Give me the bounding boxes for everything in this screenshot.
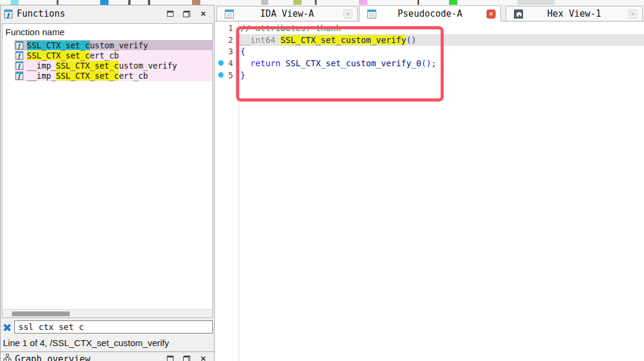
function-row[interactable]: SSL_CTX_set_custom_verify bbox=[14, 40, 212, 50]
close-button[interactable]: × bbox=[199, 354, 208, 361]
toolbar-icon-fragment bbox=[315, 0, 317, 5]
disassembly-view-icon bbox=[225, 10, 234, 18]
float-button[interactable] bbox=[182, 354, 191, 361]
functions-icon bbox=[4, 10, 13, 18]
tab-label: IDA View-A bbox=[217, 8, 357, 19]
function-name-prefix: __imp_ bbox=[27, 71, 56, 81]
close-icon: × bbox=[201, 354, 206, 361]
tab-ida-view-a[interactable]: IDA View-A × bbox=[216, 6, 358, 21]
function-name-match: SSL_CTX_set_c bbox=[27, 41, 90, 50]
line-number: 2 bbox=[215, 35, 237, 45]
status-line: Line 1 of 4, /SSL_CTX_set_custom_verify bbox=[1, 336, 214, 350]
toolbar-icon-fragment bbox=[11, 0, 18, 5]
tab-close-icon[interactable]: × bbox=[628, 10, 637, 18]
toolbar-icon-fragment bbox=[518, 0, 555, 5]
column-header-function-name[interactable]: Function name bbox=[2, 24, 212, 40]
horizontal-scrollbar[interactable] bbox=[2, 309, 212, 317]
function-name-match: SSL_CTX_set_c bbox=[56, 61, 119, 70]
toolbar-strip bbox=[0, 0, 644, 5]
toolbar-icon-fragment bbox=[417, 0, 419, 5]
float-icon bbox=[183, 11, 190, 17]
tab-label: Hex View-1 bbox=[506, 8, 642, 19]
function-row[interactable]: __imp_SSL_CTX_set_custom_verify bbox=[14, 60, 212, 70]
hex-view-icon bbox=[514, 10, 523, 18]
tab-close-icon[interactable]: × bbox=[487, 10, 496, 18]
functions-panel-title: Functions bbox=[17, 8, 65, 19]
toolbar-icon-fragment bbox=[128, 0, 131, 5]
function-list: Function name SSL_CTX_set_custom_verify … bbox=[2, 23, 213, 318]
toolbar-icon-fragment bbox=[261, 0, 268, 5]
function-name-suffix: ert_cb bbox=[90, 51, 119, 60]
close-button[interactable]: × bbox=[199, 9, 208, 18]
maximize-icon bbox=[167, 356, 174, 361]
function-name-suffix: ustom_verify bbox=[119, 61, 177, 70]
filter-input[interactable] bbox=[14, 320, 213, 334]
function-name-suffix: ert_cb bbox=[119, 71, 148, 81]
function-name-suffix: ustom_verify bbox=[90, 41, 148, 50]
pseudocode-view-icon bbox=[367, 10, 376, 18]
annotation-rectangle bbox=[236, 26, 444, 101]
filter-row bbox=[1, 319, 214, 335]
close-icon: × bbox=[201, 10, 206, 18]
maximize-button[interactable] bbox=[165, 354, 175, 361]
function-icon bbox=[16, 61, 23, 70]
float-button[interactable] bbox=[182, 9, 191, 18]
graph-overview-titlebar: Graph overview × bbox=[1, 351, 214, 361]
graph-overview-title: Graph overview bbox=[15, 354, 90, 361]
toolbar-icon-fragment bbox=[449, 0, 457, 5]
toolbar-icon-fragment bbox=[148, 0, 150, 5]
function-row[interactable]: SSL_CTX_set_cert_cb bbox=[14, 50, 212, 60]
function-name-match: SSL_CTX_set_c bbox=[27, 51, 90, 60]
toolbar-icon-fragment bbox=[293, 0, 302, 5]
line-number: 1 bbox=[215, 23, 237, 33]
functions-titlebar: Functions × bbox=[1, 5, 214, 22]
function-icon bbox=[16, 72, 23, 80]
line-number: 3 bbox=[215, 47, 237, 56]
tab-close-icon[interactable]: × bbox=[343, 10, 352, 18]
float-icon bbox=[183, 356, 190, 361]
scrollbar-thumb[interactable] bbox=[12, 311, 70, 316]
maximize-button[interactable] bbox=[165, 9, 175, 18]
function-icon bbox=[16, 41, 23, 50]
function-icon bbox=[16, 51, 23, 60]
tab-hex-view-1[interactable]: Hex View-1 × bbox=[506, 6, 643, 21]
toolbar-icon-fragment bbox=[192, 0, 200, 5]
tab-bar: IDA View-A × Pseudocode-A × Hex View-1 × bbox=[215, 5, 644, 21]
function-row[interactable]: __imp_SSL_CTX_set_cert_cb bbox=[14, 71, 212, 81]
toolbar-icon-fragment bbox=[359, 0, 367, 5]
tab-pseudocode-a[interactable]: Pseudocode-A × bbox=[359, 5, 501, 21]
function-name-match: SSL_CTX_set_c bbox=[56, 71, 119, 81]
graph-overview-icon bbox=[4, 354, 11, 361]
tab-label: Pseudocode-A bbox=[360, 8, 500, 19]
function-name-prefix: __imp_ bbox=[27, 61, 56, 70]
toolbar-icon-fragment bbox=[100, 0, 109, 5]
toolbar-icon-fragment bbox=[57, 0, 58, 5]
functions-panel: Functions × Function name SSL_CTX_set_cu… bbox=[0, 5, 215, 361]
filter-clear-button[interactable] bbox=[2, 322, 12, 332]
maximize-icon bbox=[167, 11, 174, 17]
